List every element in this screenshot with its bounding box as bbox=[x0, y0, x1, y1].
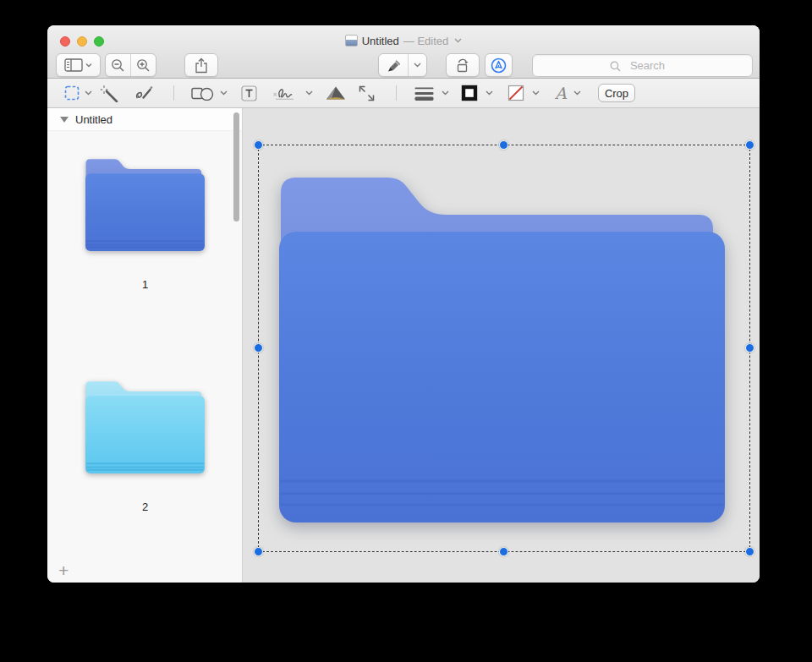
text-style-icon: A bbox=[555, 85, 567, 101]
preview-window: Untitled — Edited bbox=[47, 25, 760, 583]
add-page-button[interactable]: + bbox=[58, 561, 69, 579]
chevron-down-icon bbox=[532, 90, 540, 96]
border-color-icon bbox=[461, 85, 478, 101]
border-color-button[interactable] bbox=[461, 79, 478, 107]
document-proxy-icon[interactable] bbox=[345, 35, 358, 47]
fill-color-button[interactable] bbox=[508, 79, 524, 107]
sidebar-toggle-icon bbox=[64, 58, 93, 72]
chevron-down-icon bbox=[573, 90, 581, 96]
border-color-dropdown[interactable] bbox=[486, 79, 493, 107]
sidebar-scrollbar[interactable] bbox=[233, 112, 239, 222]
sidebar-toggle-button[interactable] bbox=[56, 53, 101, 77]
search-field[interactable] bbox=[532, 54, 753, 77]
image-canvas[interactable] bbox=[243, 108, 760, 583]
search-input[interactable] bbox=[533, 55, 752, 76]
chevron-down-icon bbox=[486, 90, 493, 96]
instant-alpha-icon bbox=[100, 85, 119, 102]
thumbnail-image-1[interactable] bbox=[85, 156, 205, 251]
chevron-down-icon bbox=[442, 90, 449, 96]
thumbnail-sidebar: Untitled 1 bbox=[47, 108, 243, 583]
shape-style-icon bbox=[414, 86, 434, 101]
marker-pen-dropdown[interactable] bbox=[408, 54, 426, 76]
markup-toolbar-toggle-icon bbox=[491, 57, 507, 74]
sidebar-group-title: Untitled bbox=[75, 113, 112, 126]
shapes-dropdown[interactable] bbox=[220, 79, 228, 107]
toolbar-divider bbox=[173, 85, 174, 101]
chevron-down-icon bbox=[220, 90, 228, 96]
selection-handle-top-left[interactable] bbox=[254, 140, 263, 150]
selection-handle-bottom-middle[interactable] bbox=[499, 547, 508, 556]
selection-tool-button[interactable] bbox=[64, 79, 80, 107]
selection-handle-top-right[interactable] bbox=[745, 140, 754, 150]
text-style-dropdown[interactable] bbox=[573, 79, 581, 107]
titlebar: Untitled — Edited bbox=[47, 25, 760, 79]
zoom-out-icon bbox=[111, 58, 125, 73]
disclosure-triangle-icon[interactable] bbox=[60, 117, 69, 123]
edited-image-folder[interactable] bbox=[279, 167, 725, 522]
zoom-in-icon bbox=[136, 58, 151, 73]
zoom-in-button[interactable] bbox=[130, 54, 156, 76]
marker-pen-icon bbox=[385, 57, 402, 73]
share-button[interactable] bbox=[184, 53, 218, 77]
fill-color-icon bbox=[508, 85, 524, 101]
selection-handle-top-middle[interactable] bbox=[499, 140, 508, 150]
selection-handle-middle-left[interactable] bbox=[254, 343, 263, 353]
sign-icon bbox=[272, 85, 298, 101]
sidebar-group-header[interactable]: Untitled bbox=[47, 108, 242, 131]
markup-toolbar: A Crop bbox=[47, 79, 760, 108]
rotate-left-icon bbox=[454, 57, 471, 74]
shapes-button[interactable] bbox=[191, 79, 214, 107]
chevron-down-icon bbox=[85, 90, 92, 96]
selection-handle-middle-right[interactable] bbox=[745, 343, 754, 353]
rotate-left-button[interactable] bbox=[446, 53, 480, 77]
markup-toolbar-toggle-button[interactable] bbox=[485, 53, 513, 77]
shape-style-button[interactable] bbox=[414, 79, 434, 107]
adjust-color-button[interactable] bbox=[325, 79, 347, 107]
sketch-button[interactable] bbox=[134, 79, 154, 107]
fill-color-dropdown[interactable] bbox=[532, 79, 540, 107]
document-status: — Edited bbox=[403, 35, 448, 47]
toolbar-divider bbox=[396, 85, 397, 101]
text-box-button[interactable] bbox=[241, 79, 257, 107]
instant-alpha-button[interactable] bbox=[100, 79, 119, 107]
title-chevron-down-icon[interactable] bbox=[454, 38, 462, 43]
selection-tool-dropdown[interactable] bbox=[85, 79, 92, 107]
adjust-size-icon bbox=[358, 85, 376, 102]
selection-handle-bottom-left[interactable] bbox=[254, 547, 263, 556]
selection-marquee[interactable] bbox=[258, 145, 750, 552]
sign-dropdown[interactable] bbox=[305, 79, 313, 107]
thumbnail-label-1[interactable]: 1 bbox=[47, 278, 243, 291]
sign-button[interactable] bbox=[272, 79, 298, 107]
shape-style-dropdown[interactable] bbox=[442, 79, 449, 107]
marker-pen-button[interactable] bbox=[379, 54, 408, 76]
adjust-size-button[interactable] bbox=[358, 79, 376, 107]
window-title: Untitled — Edited bbox=[47, 33, 760, 48]
crop-button[interactable]: Crop bbox=[598, 84, 635, 102]
chevron-down-icon bbox=[305, 90, 313, 96]
text-style-button[interactable]: A bbox=[555, 79, 567, 107]
adjust-color-icon bbox=[325, 85, 347, 101]
thumbnail-image-2[interactable] bbox=[85, 379, 205, 473]
annotate-control bbox=[378, 53, 427, 77]
selection-tool-icon bbox=[64, 85, 80, 101]
text-box-icon bbox=[241, 85, 257, 101]
zoom-out-button[interactable] bbox=[106, 54, 130, 76]
share-icon bbox=[195, 57, 208, 74]
zoom-control bbox=[105, 53, 156, 77]
shapes-icon bbox=[191, 85, 214, 101]
chevron-down-icon bbox=[414, 63, 421, 68]
thumbnail-label-2[interactable]: 2 bbox=[47, 501, 243, 513]
content-area: Untitled 1 bbox=[47, 108, 760, 583]
document-title: Untitled bbox=[362, 35, 399, 47]
sketch-icon bbox=[134, 85, 154, 101]
selection-handle-bottom-right[interactable] bbox=[745, 547, 754, 556]
